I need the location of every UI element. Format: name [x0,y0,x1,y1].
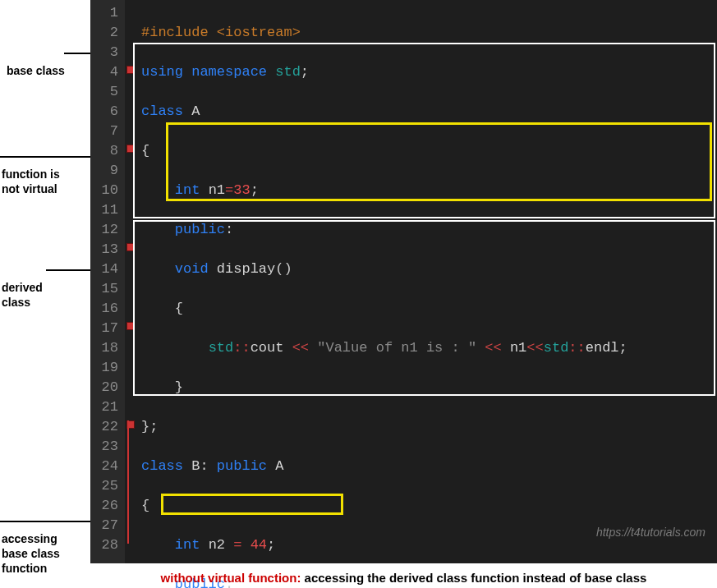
line-number: 23 [94,437,118,457]
label-base-class: base class [7,64,65,78]
line-number: 13 [94,240,118,260]
caption-red: without virtual function: [161,571,305,585]
line-number: 12 [94,220,118,240]
line-number: 18 [94,338,118,358]
code-editor: 1 2 3 4 5 6 7 8 9 10 11 12 13 14 15 16 1… [90,0,717,563]
code-line: #include <iostream> [141,23,717,43]
code-line: { [141,141,717,161]
line-number: 2 [94,23,118,43]
line-number: 27 [94,516,118,535]
line-number: 7 [94,122,118,141]
fold-marker-icon[interactable] [126,145,135,153]
line-number: 24 [94,457,118,476]
bracket-guide [127,420,129,544]
line-number: 28 [94,535,118,555]
caption: without virtual function: accessing the … [90,571,717,585]
code-line: std::cout << "Value of n1 is : " << n1<<… [141,338,717,358]
line-number: 11 [94,200,118,220]
code-line: class B: public A [141,457,717,476]
label-not-virtual-1: function is [2,168,60,181]
label-accessing-1: accessing [2,532,57,546]
line-number: 20 [94,378,118,397]
line-number: 3 [94,43,118,62]
line-number: 8 [94,141,118,161]
label-derived-1: derived [2,281,43,295]
code-line: }; [141,417,717,437]
code-line: void display() [141,260,717,279]
line-number: 15 [94,279,118,299]
line-number: 14 [94,260,118,279]
label-not-virtual-2: not virtual [2,182,57,196]
line-number: 22 [94,417,118,437]
code-line: } [141,378,717,397]
line-number: 6 [94,102,118,122]
line-number: 16 [94,299,118,319]
line-number: 25 [94,476,118,496]
code-line: { [141,496,717,516]
code-line: int n1=33; [141,181,717,200]
line-number: 26 [94,496,118,516]
label-derived-2: class [2,296,30,310]
line-number: 19 [94,358,118,378]
code-line: using namespace std; [141,62,717,82]
line-number: 9 [94,161,118,181]
fold-marker-icon[interactable] [126,322,135,330]
line-number: 21 [94,397,118,417]
fold-column [125,0,136,563]
fold-marker-icon[interactable] [126,66,135,74]
caption-black: accessing the derived class function ins… [305,571,647,585]
label-accessing-2: base class [2,547,60,561]
label-accessing-3: function [2,562,47,576]
code-area[interactable]: #include <iostream> using namespace std;… [136,0,717,563]
line-number: 1 [94,3,118,23]
code-line: { [141,299,717,319]
line-number: 4 [94,62,118,82]
line-number: 17 [94,319,118,338]
line-number: 10 [94,181,118,200]
fold-marker-icon[interactable] [126,243,135,251]
code-line: public: [141,220,717,240]
code-line: class A [141,102,717,122]
watermark-text: https://t4tutorials.com [596,522,706,542]
line-number-gutter: 1 2 3 4 5 6 7 8 9 10 11 12 13 14 15 16 1… [90,0,125,563]
line-number: 5 [94,82,118,102]
annotations-column: base class function is not virtual deriv… [0,0,90,588]
